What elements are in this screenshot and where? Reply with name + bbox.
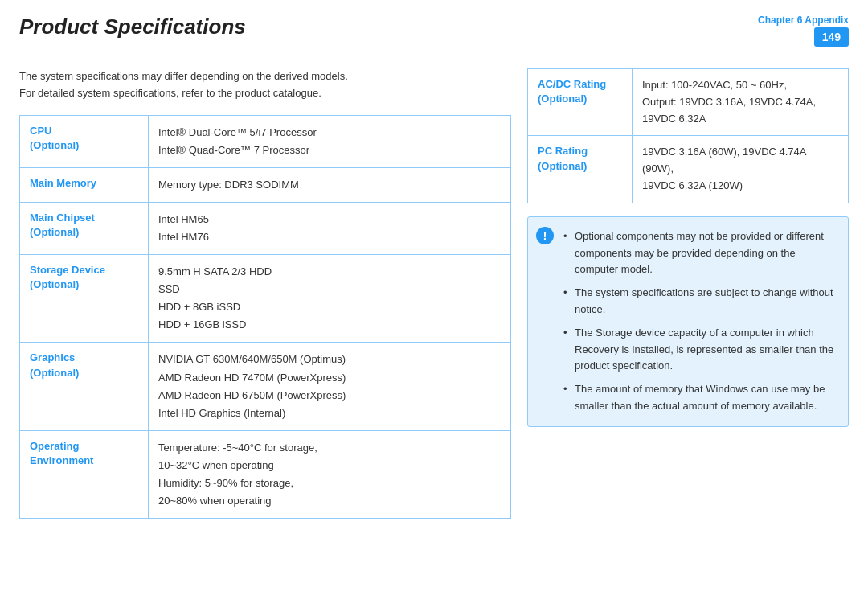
page-title: Product Specifications (19, 14, 246, 39)
table-row: Main Chipset(Optional)Intel HM65Intel HM… (20, 202, 511, 254)
left-column: The system specifications may differ dep… (19, 68, 511, 519)
right-spec-value: 19VDC 3.16A (60W), 19VDC 4.74A (90W),19V… (633, 136, 849, 203)
spec-value: NVIDIA GT 630M/640M/650M (Optimus)AMD Ra… (149, 343, 511, 430)
intro-text: The system specifications may differ dep… (19, 68, 511, 102)
spec-value: 9.5mm H SATA 2/3 HDDSSDHDD + 8GB iSSDHDD… (149, 255, 511, 343)
table-row: Storage Device(Optional)9.5mm H SATA 2/3… (20, 255, 511, 343)
spec-value: Intel HM65Intel HM76 (149, 202, 511, 254)
right-column: AC/DC Rating(Optional)Input: 100-240VAC,… (527, 68, 849, 519)
info-bullets: Optional components may not be provided … (563, 228, 837, 415)
right-spec-label: AC/DC Rating(Optional) (528, 69, 633, 136)
main-content: The system specifications may differ dep… (0, 55, 868, 532)
spec-label: Operating Environment (20, 430, 149, 518)
chapter-label: Chapter 6 Appendix (758, 14, 849, 26)
right-spec-table: AC/DC Rating(Optional)Input: 100-240VAC,… (527, 68, 849, 203)
info-icon: ! (536, 227, 554, 244)
spec-label: Main Chipset(Optional) (20, 202, 149, 254)
table-row: AC/DC Rating(Optional)Input: 100-240VAC,… (528, 69, 849, 136)
spec-label: Graphics(Optional) (20, 343, 149, 430)
chapter-badge: Chapter 6 Appendix 149 (758, 14, 849, 47)
table-row: Graphics(Optional)NVIDIA GT 630M/640M/65… (20, 343, 511, 430)
info-bullet: Optional components may not be provided … (563, 228, 837, 278)
spec-value: Memory type: DDR3 SODIMM (149, 167, 511, 202)
table-row: CPU(Optional)Intel® Dual-Core™ 5/i7 Proc… (20, 115, 511, 167)
table-row: Main MemoryMemory type: DDR3 SODIMM (20, 167, 511, 202)
spec-label: Storage Device(Optional) (20, 255, 149, 343)
spec-value: Temperature: -5~40°C for storage, 10~32°… (149, 430, 511, 518)
page-header: Product Specifications Chapter 6 Appendi… (0, 0, 868, 55)
table-row: Operating EnvironmentTemperature: -5~40°… (20, 430, 511, 518)
right-spec-value: Input: 100-240VAC, 50 ~ 60Hz,Output: 19V… (633, 69, 849, 136)
spec-label: CPU(Optional) (20, 115, 149, 167)
table-row: PC Rating(Optional)19VDC 3.16A (60W), 19… (528, 136, 849, 203)
left-spec-table: CPU(Optional)Intel® Dual-Core™ 5/i7 Proc… (19, 115, 511, 519)
right-spec-label: PC Rating(Optional) (528, 136, 633, 203)
info-bullet: The Storage device capacity of a compute… (563, 325, 837, 375)
page-number: 149 (814, 27, 849, 47)
info-bullet: The system specifications are subject to… (563, 285, 837, 318)
info-box: ! Optional components may not be provide… (527, 216, 849, 427)
spec-value: Intel® Dual-Core™ 5/i7 ProcessorIntel® Q… (149, 115, 511, 167)
info-bullet: The amount of memory that Windows can us… (563, 381, 837, 415)
spec-label: Main Memory (20, 167, 149, 202)
